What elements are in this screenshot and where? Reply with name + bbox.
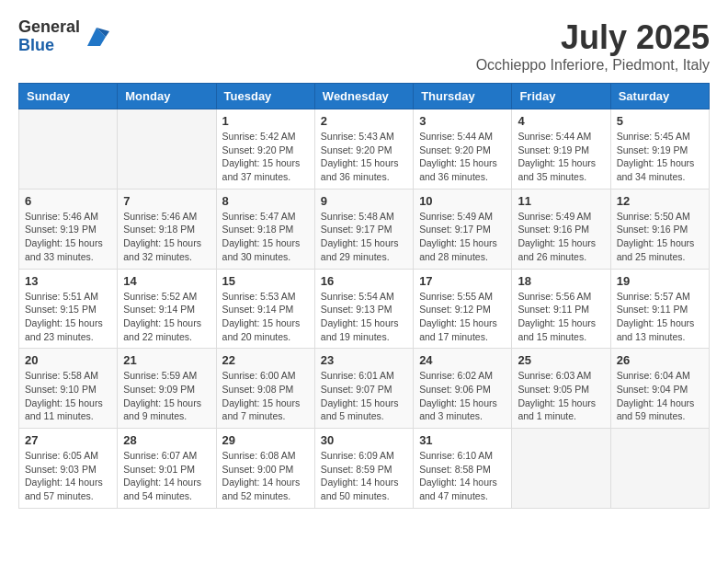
calendar-cell: 29Sunrise: 6:08 AM Sunset: 9:00 PM Dayli… [216,429,314,509]
day-info: Sunrise: 5:51 AM Sunset: 9:15 PM Dayligh… [25,290,111,344]
day-number: 13 [25,274,111,288]
day-info: Sunrise: 5:52 AM Sunset: 9:14 PM Dayligh… [123,290,210,344]
calendar-week-row: 13Sunrise: 5:51 AM Sunset: 9:15 PM Dayli… [19,269,710,349]
day-info: Sunrise: 5:58 AM Sunset: 9:10 PM Dayligh… [25,369,111,423]
calendar-cell [610,429,709,509]
calendar-cell: 18Sunrise: 5:56 AM Sunset: 9:11 PM Dayli… [512,269,610,349]
day-number: 10 [419,194,506,208]
calendar-cell: 4Sunrise: 5:44 AM Sunset: 9:19 PM Daylig… [512,109,610,190]
day-number: 19 [617,274,703,288]
calendar-cell: 12Sunrise: 5:50 AM Sunset: 9:16 PM Dayli… [610,189,709,269]
day-info: Sunrise: 6:04 AM Sunset: 9:04 PM Dayligh… [617,369,703,423]
day-number: 29 [222,433,309,447]
day-info: Sunrise: 6:03 AM Sunset: 9:05 PM Dayligh… [518,369,604,423]
day-info: Sunrise: 5:49 AM Sunset: 9:16 PM Dayligh… [518,210,604,264]
day-number: 26 [617,353,703,367]
calendar-cell: 27Sunrise: 6:05 AM Sunset: 9:03 PM Dayli… [19,429,118,509]
calendar-cell: 30Sunrise: 6:09 AM Sunset: 8:59 PM Dayli… [314,429,413,509]
day-of-week-header: Wednesday [314,84,413,109]
calendar-cell: 25Sunrise: 6:03 AM Sunset: 9:05 PM Dayli… [512,349,610,429]
calendar-table: SundayMondayTuesdayWednesdayThursdayFrid… [18,83,710,509]
day-of-week-header: Thursday [414,84,512,109]
day-of-week-header: Tuesday [216,84,314,109]
day-info: Sunrise: 5:50 AM Sunset: 9:16 PM Dayligh… [617,210,703,264]
day-info: Sunrise: 5:48 AM Sunset: 9:17 PM Dayligh… [321,210,407,264]
calendar-cell: 21Sunrise: 5:59 AM Sunset: 9:09 PM Dayli… [118,349,216,429]
calendar-cell: 1Sunrise: 5:42 AM Sunset: 9:20 PM Daylig… [216,109,314,190]
day-info: Sunrise: 5:45 AM Sunset: 9:19 PM Dayligh… [617,130,703,184]
day-number: 20 [25,353,111,367]
day-info: Sunrise: 6:02 AM Sunset: 9:06 PM Dayligh… [419,369,506,423]
day-number: 3 [419,114,506,128]
day-number: 1 [222,114,309,128]
day-number: 14 [123,274,210,288]
day-number: 2 [321,114,407,128]
calendar-cell: 13Sunrise: 5:51 AM Sunset: 9:15 PM Dayli… [19,269,118,349]
calendar-cell: 8Sunrise: 5:47 AM Sunset: 9:18 PM Daylig… [216,189,314,269]
day-number: 18 [518,274,604,288]
day-number: 6 [25,194,111,208]
day-of-week-header: Friday [512,84,610,109]
day-of-week-header: Monday [118,84,216,109]
calendar-cell: 24Sunrise: 6:02 AM Sunset: 9:06 PM Dayli… [414,349,512,429]
day-number: 25 [518,353,604,367]
day-of-week-header: Saturday [610,84,709,109]
calendar-cell: 6Sunrise: 5:46 AM Sunset: 9:19 PM Daylig… [19,189,118,269]
day-number: 7 [123,194,210,208]
day-number: 30 [321,433,407,447]
day-number: 12 [617,194,703,208]
calendar-week-row: 6Sunrise: 5:46 AM Sunset: 9:19 PM Daylig… [19,189,710,269]
day-info: Sunrise: 5:57 AM Sunset: 9:11 PM Dayligh… [617,290,703,344]
calendar-cell: 19Sunrise: 5:57 AM Sunset: 9:11 PM Dayli… [610,269,709,349]
month-year-title: July 2025 [476,18,710,57]
day-info: Sunrise: 6:01 AM Sunset: 9:07 PM Dayligh… [321,369,407,423]
day-info: Sunrise: 6:10 AM Sunset: 8:58 PM Dayligh… [419,449,506,503]
day-info: Sunrise: 5:55 AM Sunset: 9:12 PM Dayligh… [419,290,506,344]
calendar-cell: 17Sunrise: 5:55 AM Sunset: 9:12 PM Dayli… [414,269,512,349]
day-number: 11 [518,194,604,208]
location-subtitle: Occhieppo Inferiore, Piedmont, Italy [476,57,710,74]
calendar-cell: 22Sunrise: 6:00 AM Sunset: 9:08 PM Dayli… [216,349,314,429]
calendar-week-row: 20Sunrise: 5:58 AM Sunset: 9:10 PM Dayli… [19,349,710,429]
calendar-cell: 11Sunrise: 5:49 AM Sunset: 9:16 PM Dayli… [512,189,610,269]
day-info: Sunrise: 5:59 AM Sunset: 9:09 PM Dayligh… [123,369,210,423]
calendar-cell: 28Sunrise: 6:07 AM Sunset: 9:01 PM Dayli… [118,429,216,509]
day-info: Sunrise: 5:46 AM Sunset: 9:18 PM Dayligh… [123,210,210,264]
calendar-cell: 16Sunrise: 5:54 AM Sunset: 9:13 PM Dayli… [314,269,413,349]
day-number: 5 [617,114,703,128]
day-info: Sunrise: 6:00 AM Sunset: 9:08 PM Dayligh… [222,369,309,423]
day-info: Sunrise: 5:49 AM Sunset: 9:17 PM Dayligh… [419,210,506,264]
day-number: 23 [321,353,407,367]
calendar-cell: 7Sunrise: 5:46 AM Sunset: 9:18 PM Daylig… [118,189,216,269]
day-number: 22 [222,353,309,367]
calendar-cell: 10Sunrise: 5:49 AM Sunset: 9:17 PM Dayli… [414,189,512,269]
day-info: Sunrise: 6:09 AM Sunset: 8:59 PM Dayligh… [321,449,407,503]
day-info: Sunrise: 6:08 AM Sunset: 9:00 PM Dayligh… [222,449,309,503]
day-info: Sunrise: 5:56 AM Sunset: 9:11 PM Dayligh… [518,290,604,344]
day-info: Sunrise: 5:42 AM Sunset: 9:20 PM Dayligh… [222,130,309,184]
calendar-cell: 9Sunrise: 5:48 AM Sunset: 9:17 PM Daylig… [314,189,413,269]
title-section: July 2025 Occhieppo Inferiore, Piedmont,… [476,18,710,74]
calendar-cell: 23Sunrise: 6:01 AM Sunset: 9:07 PM Dayli… [314,349,413,429]
day-number: 28 [123,433,210,447]
day-number: 16 [321,274,407,288]
day-number: 8 [222,194,309,208]
day-info: Sunrise: 6:05 AM Sunset: 9:03 PM Dayligh… [25,449,111,503]
day-of-week-header: Sunday [19,84,118,109]
calendar-cell: 26Sunrise: 6:04 AM Sunset: 9:04 PM Dayli… [610,349,709,429]
day-number: 31 [419,433,506,447]
day-info: Sunrise: 6:07 AM Sunset: 9:01 PM Dayligh… [123,449,210,503]
calendar-cell: 3Sunrise: 5:44 AM Sunset: 9:20 PM Daylig… [414,109,512,190]
calendar-header-row: SundayMondayTuesdayWednesdayThursdayFrid… [19,84,710,109]
day-info: Sunrise: 5:53 AM Sunset: 9:14 PM Dayligh… [222,290,309,344]
calendar-cell: 20Sunrise: 5:58 AM Sunset: 9:10 PM Dayli… [19,349,118,429]
calendar-week-row: 27Sunrise: 6:05 AM Sunset: 9:03 PM Dayli… [19,429,710,509]
day-number: 21 [123,353,210,367]
calendar-cell: 15Sunrise: 5:53 AM Sunset: 9:14 PM Dayli… [216,269,314,349]
day-number: 27 [25,433,111,447]
day-info: Sunrise: 5:54 AM Sunset: 9:13 PM Dayligh… [321,290,407,344]
calendar-cell: 14Sunrise: 5:52 AM Sunset: 9:14 PM Dayli… [118,269,216,349]
calendar-cell: 31Sunrise: 6:10 AM Sunset: 8:58 PM Dayli… [414,429,512,509]
day-number: 15 [222,274,309,288]
logo-general-text: General [18,18,80,37]
